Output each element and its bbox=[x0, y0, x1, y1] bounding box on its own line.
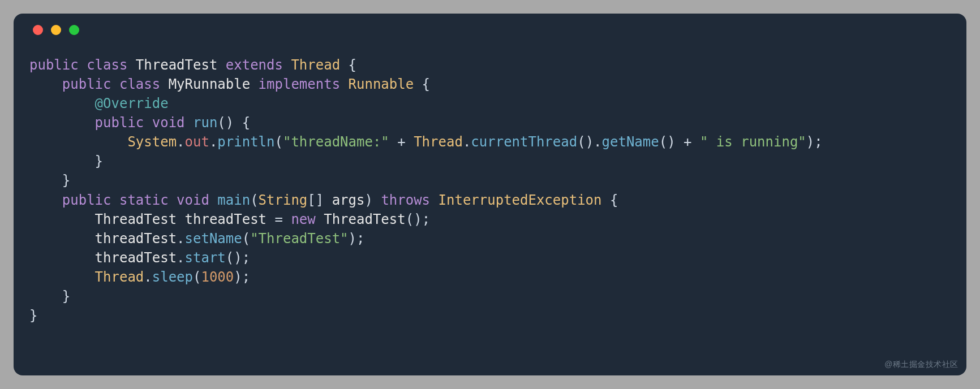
type-runnable: Runnable bbox=[349, 76, 414, 92]
code-block: public class ThreadTest extends Thread {… bbox=[29, 55, 951, 325]
window-traffic-lights bbox=[33, 25, 951, 35]
keyword-extends: extends bbox=[226, 57, 283, 73]
string-literal: "ThreadTest" bbox=[250, 231, 348, 247]
watermark-text: @稀土掘金技术社区 bbox=[884, 360, 958, 370]
param-args: args bbox=[332, 192, 365, 208]
annotation-override: @Override bbox=[95, 96, 169, 111]
zoom-icon[interactable] bbox=[69, 25, 79, 35]
method-start: start bbox=[185, 250, 226, 266]
keyword-implements: implements bbox=[259, 76, 341, 92]
type-system: System bbox=[127, 134, 177, 150]
method-println: println bbox=[217, 134, 274, 150]
method-currentthread: currentThread bbox=[471, 134, 577, 150]
class-name: ThreadTest bbox=[136, 57, 218, 73]
type-string: String bbox=[259, 192, 308, 208]
code-window: public class ThreadTest extends Thread {… bbox=[14, 14, 966, 375]
close-icon[interactable] bbox=[33, 25, 43, 35]
class-name: MyRunnable bbox=[169, 76, 251, 92]
method-setname: setName bbox=[185, 231, 242, 247]
string-literal: " is running" bbox=[700, 134, 806, 150]
var-threadtest: threadTest bbox=[185, 211, 267, 227]
method-getname: getName bbox=[602, 134, 659, 150]
keyword-throws: throws bbox=[381, 192, 430, 208]
number-literal: 1000 bbox=[201, 269, 234, 285]
keyword-public: public bbox=[29, 57, 79, 73]
method-sleep: sleep bbox=[152, 269, 193, 285]
keyword-class: class bbox=[87, 57, 127, 73]
type-thread: Thread bbox=[291, 57, 340, 73]
field-out: out bbox=[185, 134, 209, 150]
string-literal: "threadName:" bbox=[283, 134, 389, 150]
minimize-icon[interactable] bbox=[51, 25, 61, 35]
method-run: run bbox=[193, 115, 217, 131]
method-main: main bbox=[217, 192, 250, 208]
type-interruptedexception: InterruptedException bbox=[439, 192, 602, 208]
